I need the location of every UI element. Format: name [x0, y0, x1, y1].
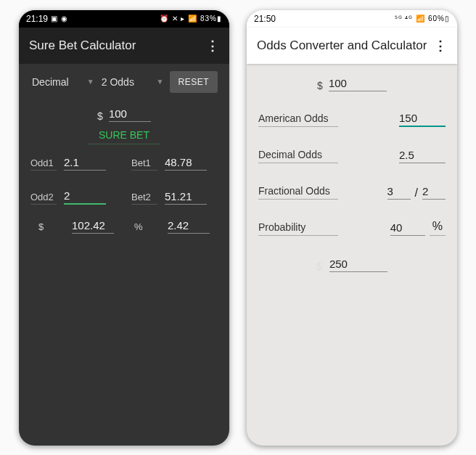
status-right-icons: ⁵ᴳ ⁴ᴳ 📶 60%▯ [395, 15, 450, 22]
dropdown-arrow-icon: ▼ [87, 78, 94, 86]
content-area: $ American Odds Decimal Odds Fractional … [247, 64, 457, 446]
decimal-odds-label: Decimal Odds [258, 149, 338, 163]
dropdown-arrow-icon: ▼ [157, 78, 164, 86]
page-title: Odds Converter and Calculator [257, 38, 427, 53]
odd2-label: Odd2 [30, 192, 57, 205]
more-menu-icon[interactable]: ⋮ [206, 38, 219, 54]
bet1-output [165, 155, 207, 171]
probability-input[interactable] [390, 220, 425, 236]
page-title: Sure Bet Calculator [29, 38, 136, 53]
bet1-label: Bet1 [131, 157, 157, 171]
odds-format-dropdown[interactable]: Decimal ▼ [30, 72, 96, 92]
surebet-indicator: SURE BET [88, 129, 160, 144]
currency-label: $ [97, 110, 103, 122]
stake-input[interactable] [329, 75, 387, 91]
american-odds-input[interactable] [399, 110, 446, 127]
total-return-output [72, 218, 114, 234]
converter-screen: 21:50 ⁵ᴳ ⁴ᴳ 📶 60%▯ Odds Converter and Ca… [247, 10, 457, 446]
app-bar: Odds Converter and Calculator ⋮ [247, 28, 457, 64]
status-bar: 21:50 ⁵ᴳ ⁴ᴳ 📶 60%▯ [247, 10, 457, 28]
decimal-odds-input[interactable] [399, 147, 446, 163]
odds-format-value: Decimal [32, 76, 69, 88]
odds-count-dropdown[interactable]: 2 Odds ▼ [100, 72, 165, 92]
probability-label: Probability [258, 221, 338, 236]
total-currency-label: $ [38, 221, 65, 234]
surebet-screen: 21:19 ▣ ◉ ⏰ ✕ ▸ 📶 83%▮ Sure Bet Calculat… [19, 10, 229, 446]
odds-count-value: 2 Odds [102, 76, 134, 88]
percent-label: % [430, 220, 446, 236]
fraction-denominator-input[interactable] [422, 184, 446, 200]
status-time: 21:19 [26, 14, 48, 24]
odd1-label: Odd1 [30, 157, 57, 171]
status-right-icons: ⏰ ✕ ▸ 📶 83%▮ [160, 15, 222, 22]
american-odds-label: American Odds [258, 112, 338, 127]
fraction-separator: / [415, 186, 418, 200]
result-output [329, 256, 387, 272]
more-menu-icon[interactable]: ⋮ [434, 38, 447, 54]
status-bar: 21:19 ▣ ◉ ⏰ ✕ ▸ 📶 83%▮ [19, 10, 229, 28]
currency-label: $ [317, 80, 323, 91]
bet2-output [165, 189, 207, 205]
status-left-icons: ▣ ◉ [51, 15, 68, 22]
profit-percent-output [168, 218, 210, 234]
content-area: Decimal ▼ 2 Odds ▼ RESET $ SURE BET Odd1… [19, 64, 229, 446]
fractional-odds-label: Fractional Odds [258, 185, 338, 200]
stake-input[interactable] [109, 106, 151, 122]
odd1-input[interactable] [64, 155, 106, 171]
bet2-label: Bet2 [131, 192, 157, 205]
odd2-input[interactable] [64, 188, 106, 205]
result-currency-label: $ [316, 261, 322, 272]
status-time: 21:50 [254, 14, 276, 24]
percent-label: % [134, 221, 160, 234]
fraction-numerator-input[interactable] [387, 184, 411, 200]
app-bar: Sure Bet Calculator ⋮ [19, 28, 229, 64]
reset-button[interactable]: RESET [170, 71, 218, 93]
